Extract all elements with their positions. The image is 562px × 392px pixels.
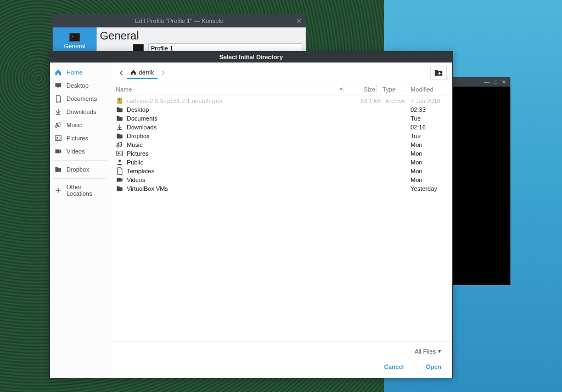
folder-icon — [54, 166, 62, 173]
file-modified: Mon — [408, 177, 447, 183]
file-row[interactable]: Downloads02:16 — [116, 123, 447, 132]
terminal-maximize-icon[interactable]: □ — [494, 79, 497, 85]
folder-icon — [116, 106, 123, 113]
places-item-pictures[interactable]: Pictures — [50, 132, 110, 145]
file-size: 83.1 kB — [351, 98, 381, 104]
picture-icon — [54, 134, 62, 142]
folder-icon — [116, 132, 123, 140]
download-icon — [54, 108, 62, 116]
dialog-footer: All Files ▾ Cancel Open — [110, 342, 452, 378]
places-item-dropbox[interactable]: Dropbox — [50, 163, 110, 176]
places-item-label: Home — [66, 69, 82, 76]
music-icon — [54, 121, 62, 129]
document-icon — [54, 95, 62, 103]
column-type[interactable]: Type — [378, 86, 406, 93]
svg-rect-8 — [119, 98, 120, 101]
file-name: Public — [127, 159, 143, 166]
file-name: Pictures — [127, 150, 149, 157]
video-icon — [116, 176, 123, 184]
home-icon — [54, 69, 62, 76]
file-modified: Yesterday — [408, 185, 447, 192]
edit-profile-title: Edit Profile "Profile 1" — Konsole — [135, 18, 223, 24]
places-item-music[interactable]: Music — [50, 118, 110, 132]
edit-profile-window: Edit Profile "Profile 1" — Konsole ✕ Gen… — [52, 14, 306, 55]
places-item-documents[interactable]: Documents — [50, 92, 110, 105]
file-modified: 02:16 — [408, 124, 447, 130]
folder-icon — [116, 115, 123, 122]
sort-indicator-icon: ▾ — [340, 86, 342, 92]
file-modified: 7 Jun 2018 — [408, 98, 447, 104]
svg-rect-12 — [117, 178, 121, 182]
breadcrumb-bar: derrik — [110, 63, 452, 83]
file-name: Downloads — [127, 124, 156, 130]
breadcrumb-segment-home[interactable]: derrik — [127, 67, 158, 79]
column-modified[interactable]: Modified — [408, 86, 447, 93]
file-row[interactable]: DocumentsTue — [116, 114, 447, 123]
places-item-desktop[interactable]: Desktop — [50, 79, 110, 92]
file-filter-dropdown[interactable]: All Files ▾ — [414, 348, 441, 355]
file-row[interactable]: TemplatesMon — [116, 167, 447, 175]
file-modified: Mon — [408, 150, 447, 157]
column-size[interactable]: Size — [345, 86, 375, 93]
file-name: Templates — [127, 168, 154, 174]
svg-rect-1 — [57, 88, 59, 88]
file-row[interactable]: PicturesMon — [116, 149, 447, 158]
file-modified: Mon — [408, 159, 447, 166]
places-sidebar: HomeDesktopDocumentsDownloadsMusicPictur… — [50, 63, 110, 378]
archive-icon — [116, 97, 123, 105]
home-icon — [130, 69, 137, 76]
new-folder-button[interactable] — [430, 66, 447, 80]
places-item-home[interactable]: Home — [50, 66, 110, 79]
file-list: caffeine-2.8.3-lp151.2.1.noarch.rpm83.1 … — [110, 95, 452, 342]
file-row[interactable]: MusicMon — [116, 140, 447, 149]
places-item-other-locations[interactable]: Other Locations — [50, 181, 110, 200]
file-chooser-dialog: Select Initial Directory HomeDesktopDocu… — [49, 51, 453, 378]
column-name[interactable]: Name — [116, 86, 340, 93]
file-row[interactable]: Desktop02:33 — [116, 105, 447, 114]
file-row[interactable]: VideosMon — [116, 175, 447, 184]
file-dialog-title: Select Initial Directory — [220, 54, 283, 60]
places-item-label: Videos — [66, 148, 85, 155]
breadcrumb-label: derrik — [139, 69, 154, 76]
download-icon — [116, 123, 123, 131]
plus-icon — [54, 186, 62, 194]
breadcrumb-back-icon[interactable] — [116, 67, 127, 78]
file-list-header[interactable]: Name ▾ Size Type Modified — [110, 83, 452, 95]
terminal-close-icon[interactable]: ✕ — [502, 79, 506, 85]
music-icon — [116, 141, 123, 149]
video-icon — [54, 147, 62, 155]
breadcrumb-forward-icon[interactable] — [158, 67, 168, 78]
edit-profile-close-icon[interactable]: ✕ — [296, 16, 302, 25]
picture-icon — [116, 150, 123, 157]
file-row: caffeine-2.8.3-lp151.2.1.noarch.rpm83.1 … — [116, 96, 447, 105]
file-name: caffeine-2.8.3-lp151.2.1.noarch.rpm — [127, 98, 222, 104]
places-item-label: Other Locations — [66, 184, 105, 197]
svg-rect-0 — [55, 83, 61, 87]
terminal-icon — [69, 33, 80, 42]
file-dialog-titlebar: Select Initial Directory — [50, 52, 452, 63]
file-type: Archive — [381, 98, 408, 104]
file-row[interactable]: PublicMon — [116, 158, 447, 167]
places-item-videos[interactable]: Videos — [50, 145, 110, 158]
terminal-minimize-icon[interactable]: — — [484, 79, 490, 85]
open-button[interactable]: Open — [426, 363, 441, 370]
file-row[interactable]: VirtualBox VMsYesterday — [116, 184, 447, 193]
file-modified: Tue — [408, 133, 447, 139]
file-name: VirtualBox VMs — [127, 185, 168, 192]
svg-point-11 — [119, 160, 121, 162]
chevron-down-icon: ▾ — [438, 348, 441, 355]
file-row[interactable]: DropboxTue — [116, 132, 447, 140]
places-item-label: Pictures — [66, 135, 88, 141]
file-modified: Mon — [408, 141, 447, 148]
terminal-titlebar: — □ ✕ — [445, 77, 510, 87]
file-name: Music — [127, 141, 143, 148]
file-name: Dropbox — [127, 133, 150, 139]
cancel-button[interactable]: Cancel — [384, 363, 404, 370]
desktop-icon — [54, 82, 62, 89]
places-item-downloads[interactable]: Downloads — [50, 105, 110, 118]
file-name: Documents — [127, 115, 158, 122]
places-item-label: Documents — [66, 95, 97, 102]
file-modified: 02:33 — [408, 106, 447, 113]
places-item-label: Music — [66, 122, 82, 128]
edit-profile-heading: General — [100, 30, 302, 42]
